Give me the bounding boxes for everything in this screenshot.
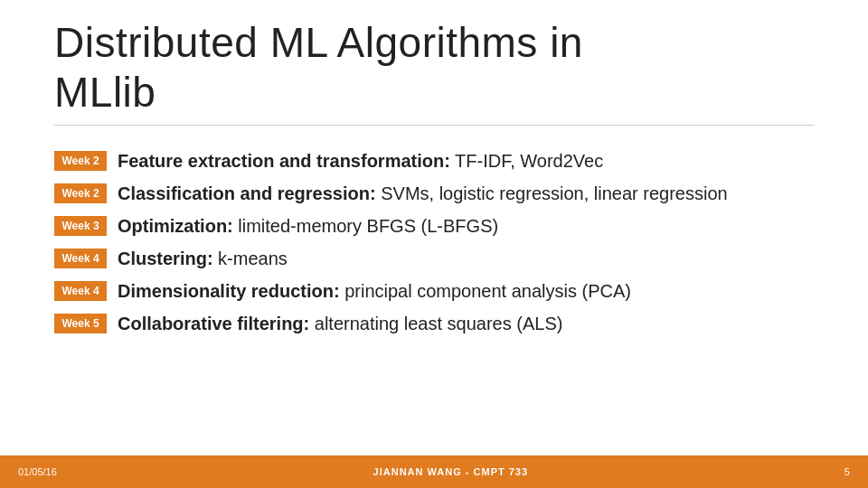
item-text: Feature extraction and transformation: T…: [118, 149, 603, 173]
week-badge: Week 3: [54, 216, 107, 236]
title-line2: MLlib: [54, 69, 156, 116]
week-badge: Week 2: [54, 151, 107, 171]
footer-date: 01/05/16: [18, 466, 57, 477]
items-list: Week 2 Feature extraction and transforma…: [54, 149, 814, 335]
item-bold: Optimization:: [118, 216, 233, 236]
item-rest: TF-IDF, Word2Vec: [450, 151, 603, 171]
list-item: Week 4 Clustering: k-means: [54, 247, 814, 270]
list-item: Week 2 Feature extraction and transforma…: [54, 149, 814, 173]
week-badge: Week 2: [54, 183, 107, 203]
footer-author: JIANNAN WANG - CMPT 733: [373, 466, 529, 477]
footer: 01/05/16 JIANNAN WANG - CMPT 733 5: [0, 455, 868, 488]
item-bold: Classification and regression:: [118, 183, 376, 203]
title-section: Distributed ML Algorithms in MLlib: [54, 18, 814, 136]
item-text: Classification and regression: SVMs, log…: [118, 182, 728, 205]
item-bold: Dimensionality reduction:: [118, 281, 340, 301]
item-bold: Feature extraction and transformation:: [118, 151, 450, 171]
item-text: Collaborative filtering: alternating lea…: [118, 312, 562, 335]
main-content: Distributed ML Algorithms in MLlib Week …: [0, 0, 868, 455]
week-badge: Week 5: [54, 314, 107, 333]
slide-container: Distributed ML Algorithms in MLlib Week …: [0, 0, 868, 488]
item-text: Optimization: limited-memory BFGS (L-BFG…: [118, 214, 498, 238]
slide-title: Distributed ML Algorithms in MLlib: [54, 18, 814, 117]
item-text: Clustering: k-means: [118, 247, 288, 270]
item-rest: k-means: [213, 249, 288, 268]
item-rest: limited-memory BFGS (L-BFGS): [233, 216, 498, 236]
item-rest: principal component analysis (PCA): [340, 281, 631, 301]
item-rest: alternating least squares (ALS): [309, 314, 562, 333]
footer-page: 5: [844, 466, 850, 477]
list-item: Week 3 Optimization: limited-memory BFGS…: [54, 214, 814, 238]
week-badge: Week 4: [54, 281, 107, 301]
list-item: Week 4 Dimensionality reduction: princip…: [54, 279, 814, 303]
item-text: Dimensionality reduction: principal comp…: [118, 279, 631, 303]
list-item: Week 2 Classification and regression: SV…: [54, 182, 814, 205]
title-divider: [54, 125, 814, 126]
item-bold: Clustering:: [118, 249, 213, 268]
item-rest: SVMs, logistic regression, linear regres…: [376, 183, 728, 203]
title-line1: Distributed ML Algorithms in: [54, 19, 583, 66]
item-bold: Collaborative filtering:: [118, 314, 309, 333]
list-item: Week 5 Collaborative filtering: alternat…: [54, 312, 814, 335]
week-badge: Week 4: [54, 249, 107, 268]
